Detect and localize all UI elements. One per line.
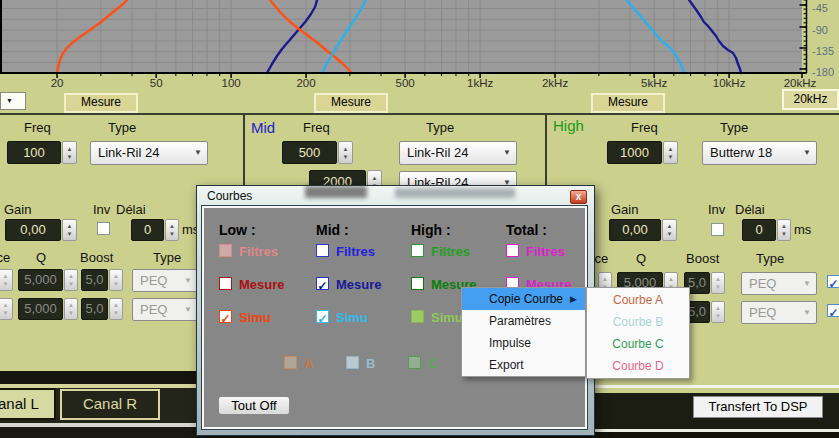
low-eq2-freq-stepper[interactable]: ▲▼	[0, 298, 13, 320]
context-submenu: Courbe A Courbe B Courbe C Courbe D	[586, 287, 690, 379]
mid-type-dropdown[interactable]: Link-Ril 24▼	[399, 141, 517, 165]
low-gain-stepper[interactable]: ▲▼	[62, 219, 77, 241]
high-delay-unit: ms	[794, 222, 811, 237]
low-eq2-type-dropdown[interactable]: PEQ▼	[132, 298, 198, 321]
svg-text:50: 50	[150, 77, 163, 89]
high-freq-input[interactable]: 1000	[607, 141, 662, 164]
low-delay-label: Délai	[116, 202, 146, 217]
high-type-dropdown[interactable]: Butterw 18▼	[702, 141, 817, 165]
svg-text:-180: -180	[812, 66, 834, 78]
high-delay-input[interactable]: 0	[742, 219, 776, 241]
high-simu-checkbox[interactable]	[411, 310, 424, 323]
high-eq2-boost-stepper[interactable]: ▲▼	[711, 301, 725, 323]
high-delay-label: Délai	[735, 202, 765, 217]
menu-item-copie-courbe[interactable]: Copie Courbe▶	[462, 288, 585, 310]
tab-canal-l[interactable]: Canal L	[0, 388, 56, 420]
mid-simu-label: Simu	[336, 310, 368, 325]
low-filtres-label: Filtres	[239, 244, 278, 259]
tout-off-button[interactable]: Tout Off	[218, 396, 290, 415]
mid-filtres-checkbox[interactable]	[316, 244, 329, 257]
low-freq-input[interactable]: 100	[7, 141, 61, 164]
corner-dropdown[interactable]: ▼	[0, 92, 26, 110]
tab-canal-r[interactable]: Canal R	[60, 389, 160, 420]
high-filtres-checkbox[interactable]	[411, 244, 424, 257]
low-simu-checkbox[interactable]: ✓	[219, 310, 232, 323]
low-eq2-boost-input[interactable]: 5,0	[81, 298, 108, 320]
low-eq1-q-input[interactable]: 5,000	[18, 269, 63, 291]
mesure-button-low[interactable]: Mesure	[64, 93, 138, 113]
low-delay-input[interactable]: 0	[131, 219, 164, 241]
column-header-high: High :	[411, 222, 451, 238]
mesure-button-high[interactable]: Mesure	[591, 93, 665, 113]
high-type-label: Type	[720, 120, 748, 135]
high-gain-input[interactable]: 0,00	[609, 219, 661, 241]
curve-b-checkbox[interactable]	[346, 356, 359, 369]
high-gain-label: Gain	[611, 202, 638, 217]
low-delay-stepper[interactable]: ▲▼	[165, 219, 179, 241]
high-eq2-enable-checkbox[interactable]: ✓	[827, 304, 839, 317]
high-gain-stepper[interactable]: ▲▼	[662, 219, 677, 241]
high-eq1-enable-checkbox[interactable]: ✓	[827, 275, 839, 288]
check-icon: ✓	[317, 279, 327, 293]
high-freq-stepper[interactable]: ▲▼	[663, 141, 678, 164]
mid-freq-input[interactable]: 500	[282, 141, 337, 164]
high-mesure-checkbox[interactable]	[411, 277, 424, 290]
total-filtres-checkbox[interactable]	[506, 244, 519, 257]
svg-text:-135: -135	[812, 45, 834, 57]
low-gain-input[interactable]: 0,00	[5, 219, 61, 241]
low-eq-boost-header: Boost	[80, 250, 113, 265]
mid-filtres-label: Filtres	[336, 244, 375, 259]
menu-item-export[interactable]: Export	[462, 354, 585, 376]
curve-a-checkbox[interactable]	[284, 356, 297, 369]
low-type-value: Link-Ril 24	[98, 145, 159, 160]
menu-item-label: Copie Courbe	[489, 292, 563, 306]
high-eq-q-header: Q	[636, 251, 646, 266]
low-simu-label: Simu	[239, 310, 271, 325]
high-eq1-boost-stepper[interactable]: ▲▼	[711, 272, 725, 294]
low-inv-checkbox[interactable]	[97, 222, 110, 235]
high-simu-label: Simu	[431, 310, 463, 325]
low-filtres-checkbox[interactable]	[219, 244, 232, 257]
high-eq2-type-dropdown[interactable]: PEQ▼	[741, 301, 817, 324]
close-icon[interactable]: x	[570, 190, 587, 204]
svg-text:5kHz: 5kHz	[641, 77, 667, 89]
menu-item-impulse[interactable]: Impulse	[462, 332, 585, 354]
menu-item-parametres[interactable]: Paramètres	[462, 310, 585, 332]
low-mesure-checkbox[interactable]	[219, 277, 232, 290]
submenu-item-courbe-d[interactable]: Courbe D	[587, 355, 689, 377]
low-type-dropdown[interactable]: Link-Ril 24▼	[90, 141, 208, 165]
low-eq1-boost-stepper[interactable]: ▲▼	[109, 269, 123, 291]
low-eq1-boost-input[interactable]: 5,0	[81, 269, 108, 291]
low-eq1-type-dropdown[interactable]: PEQ▼	[132, 269, 198, 292]
chevron-down-icon: ▼	[184, 270, 192, 291]
horizontal-separator	[0, 113, 839, 115]
low-eq1-freq-stepper[interactable]: ▲▼	[0, 269, 13, 291]
svg-text:200: 200	[296, 77, 315, 89]
mesure-button-mid[interactable]: Mesure	[314, 93, 388, 113]
svg-text:100: 100	[222, 77, 241, 89]
submenu-item-courbe-b[interactable]: Courbe B	[587, 311, 689, 333]
high-freq-label: Freq	[631, 120, 658, 135]
submenu-item-courbe-c[interactable]: Courbe C	[587, 333, 689, 355]
low-eq2-q-stepper[interactable]: ▲▼	[64, 298, 78, 320]
mid-simu-checkbox[interactable]: ✓	[316, 310, 329, 323]
transfer-to-dsp-button[interactable]: Transfert To DSP	[693, 396, 823, 418]
high-inv-checkbox[interactable]	[711, 223, 724, 236]
low-freq-stepper[interactable]: ▲▼	[62, 141, 77, 164]
mid-freq-stepper[interactable]: ▲▼	[338, 141, 353, 164]
mid-mesure-checkbox[interactable]: ✓	[316, 277, 329, 290]
low-eq2-q-input[interactable]: 5,000	[18, 298, 63, 320]
low-eq-type-header: Type	[153, 250, 181, 265]
submenu-item-courbe-a[interactable]: Courbe A	[587, 289, 689, 311]
curve-b-label: B	[366, 356, 375, 371]
chevron-down-icon: ▼	[503, 142, 511, 164]
curve-c-checkbox[interactable]	[408, 356, 421, 369]
high-eq1-type-dropdown[interactable]: PEQ▼	[741, 272, 817, 295]
mid-type-label: Type	[426, 120, 454, 135]
low-eq2-boost-stepper[interactable]: ▲▼	[109, 298, 123, 320]
high-delay-stepper[interactable]: ▲▼	[777, 219, 791, 241]
low-eq1-q-stepper[interactable]: ▲▼	[64, 269, 78, 291]
chevron-down-icon: ▼	[803, 273, 811, 294]
curve-c-label: C	[428, 356, 437, 371]
low-inv-label: Inv	[93, 202, 110, 217]
